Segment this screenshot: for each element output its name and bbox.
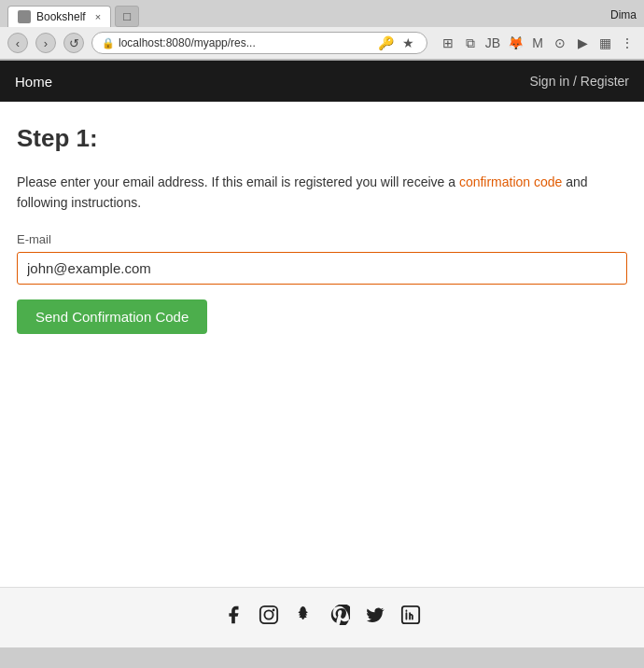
menu-button[interactable]: ⋮ — [618, 35, 637, 50]
user-label: Dima — [610, 8, 637, 25]
linkedin-icon[interactable] — [400, 605, 421, 631]
extension-icon-5[interactable]: M — [528, 35, 547, 50]
toolbar-icons: ⊞ ⧉ JB 🦊 M ⊙ ▶ ▦ ⋮ — [439, 35, 637, 51]
tab-title: Bookshelf — [36, 10, 86, 23]
app-wrapper: Home Sign in / Register Step 1: Please e… — [0, 61, 644, 647]
nav-bar: ‹ › ↺ 🔒 localhost:8080/myapp/res... 🔑 ★ … — [0, 27, 644, 60]
star-icon[interactable]: ★ — [399, 35, 417, 50]
key-icon: 🔑 — [376, 35, 395, 50]
instagram-icon[interactable] — [259, 605, 279, 631]
description-part1: Please enter your email address. If this… — [17, 174, 459, 189]
description-highlight: confirmation code — [459, 174, 563, 189]
tab-close-button[interactable]: × — [95, 11, 101, 22]
email-label: E-mail — [17, 232, 627, 246]
pinterest-icon[interactable] — [329, 605, 350, 631]
svg-point-1 — [264, 610, 273, 619]
extension-icon-8[interactable]: ▦ — [595, 35, 614, 50]
signin-link[interactable]: Sign in / Register — [529, 74, 629, 89]
email-input[interactable] — [17, 252, 627, 285]
address-text: localhost:8080/myapp/res... — [119, 36, 372, 49]
facebook-icon[interactable] — [223, 605, 244, 631]
extension-icon-7[interactable]: ▶ — [573, 35, 592, 50]
reload-button[interactable]: ↺ — [63, 33, 84, 53]
address-bar[interactable]: 🔒 localhost:8080/myapp/res... 🔑 ★ — [91, 32, 427, 54]
back-button[interactable]: ‹ — [7, 33, 28, 53]
extension-icon-3[interactable]: JB — [483, 35, 502, 50]
tab-bar: Bookshelf × □ Dima — [0, 0, 644, 27]
extension-icon-6[interactable]: ⊙ — [551, 35, 569, 50]
snapchat-icon[interactable] — [294, 605, 315, 631]
extension-icon-1[interactable]: ⊞ — [439, 35, 457, 50]
svg-point-2 — [273, 609, 275, 612]
extension-icon-2[interactable]: ⧉ — [461, 35, 480, 51]
app-nav: Home Sign in / Register — [0, 61, 644, 102]
twitter-icon[interactable] — [365, 605, 385, 631]
active-tab[interactable]: Bookshelf × — [7, 6, 111, 27]
description-text: Please enter your email address. If this… — [17, 172, 627, 214]
home-link[interactable]: Home — [15, 74, 52, 90]
step-heading: Step 1: — [17, 124, 627, 153]
send-confirmation-button[interactable]: Send Confirmation Code — [17, 299, 207, 334]
footer — [0, 587, 644, 647]
lock-icon: 🔒 — [102, 37, 115, 49]
tab-favicon — [18, 10, 31, 23]
page-content: Step 1: Please enter your email address.… — [0, 102, 644, 587]
extension-icon-4[interactable]: 🦊 — [506, 35, 525, 50]
browser-chrome: Bookshelf × □ Dima ‹ › ↺ 🔒 localhost:808… — [0, 0, 644, 61]
forward-button[interactable]: › — [35, 33, 56, 53]
new-tab-button[interactable]: □ — [115, 6, 139, 27]
svg-rect-0 — [260, 606, 277, 623]
